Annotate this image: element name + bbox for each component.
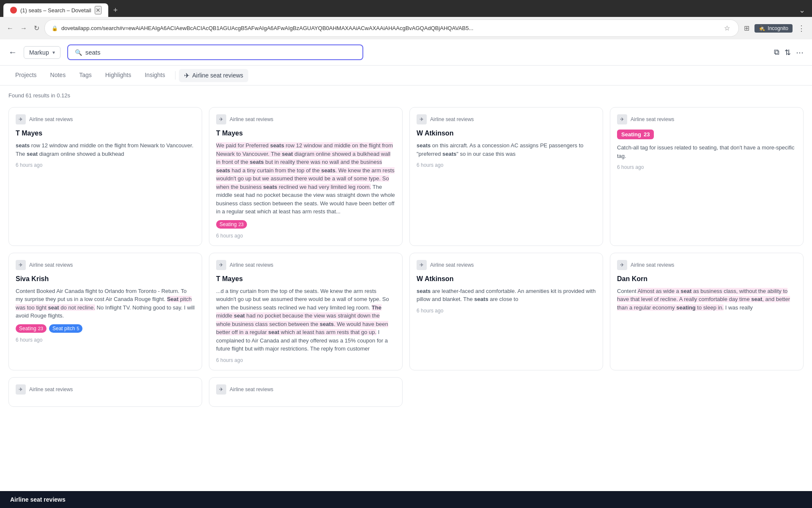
bookmark-button[interactable]: ☆ <box>722 22 732 34</box>
app-back-button[interactable]: ← <box>8 47 17 57</box>
card-partial-1[interactable]: ✈ Airline seat reviews <box>8 377 202 407</box>
search-bar: 🔍 <box>67 44 363 60</box>
card-excerpt: We paid for Preferred seats row 12 windo… <box>216 141 395 216</box>
card-source-name: Airline seat reviews <box>230 387 273 392</box>
airplane-icon: ✈ <box>184 72 189 80</box>
tab-list-button[interactable]: ⌄ <box>796 4 809 17</box>
incognito-label: Incognito <box>768 25 788 31</box>
card-title: Siva Krish <box>16 275 195 283</box>
card-w-atkinson-1[interactable]: ✈ Airline seat reviews W Atkinson seats … <box>409 107 603 246</box>
card-excerpt: seats on this aircraft. As a concession … <box>417 141 596 158</box>
workspace-selector[interactable]: Markup ▾ <box>24 46 60 59</box>
incognito-badge[interactable]: 🕵 Incognito <box>754 24 793 33</box>
search-input[interactable] <box>85 49 356 56</box>
tab-notes[interactable]: Notes <box>44 66 73 85</box>
back-nav-button[interactable]: ← <box>5 23 15 34</box>
card-source-name: Airline seat reviews <box>430 262 474 268</box>
card-excerpt: seats row 12 window and middle on the fl… <box>16 141 195 158</box>
card-source: ✈ Airline seat reviews <box>16 260 195 270</box>
more-options-button[interactable]: ⋯ <box>796 48 804 57</box>
card-title: T Mayes <box>16 130 195 137</box>
card-excerpt: Catch-all tag for issues related to seat… <box>617 144 796 160</box>
card-partial-2[interactable]: ✈ Airline seat reviews <box>209 377 403 407</box>
airplane-icon: ✈ <box>16 384 26 395</box>
workspace-label: Markup <box>29 49 49 56</box>
lock-icon: 🔒 <box>52 25 58 31</box>
incognito-icon: 🕵 <box>759 25 765 31</box>
card-time: 6 hours ago <box>417 308 596 314</box>
card-w-atkinson-2[interactable]: ✈ Airline seat reviews W Atkinson seats … <box>409 253 603 370</box>
card-excerpt: ...d a tiny curtain from the top of the … <box>216 287 395 353</box>
card-title: W Atkinson <box>417 275 596 283</box>
card-title: Dan Korn <box>617 275 796 283</box>
card-source: ✈ Airline seat reviews <box>417 260 596 270</box>
results-area: Found 61 results in 0.12s ✈ Airline seat… <box>0 86 812 414</box>
card-source-name: Airline seat reviews <box>230 262 273 268</box>
card-t-mayes-2[interactable]: ✈ Airline seat reviews T Mayes ...d a ti… <box>209 253 403 370</box>
forward-nav-button[interactable]: → <box>19 23 29 34</box>
card-t-mayes-highlighted[interactable]: ✈ Airline seat reviews T Mayes We paid f… <box>209 107 403 246</box>
card-dan-korn[interactable]: ✈ Airline seat reviews Dan Korn Content … <box>610 253 804 370</box>
airplane-icon: ✈ <box>16 114 26 124</box>
card-source-name: Airline seat reviews <box>29 262 73 268</box>
tab-highlights[interactable]: Highlights <box>99 66 138 85</box>
toolbar-right: ⧉ ⇅ ⋯ <box>774 48 804 57</box>
tab-favicon <box>10 7 17 14</box>
search-icon: 🔍 <box>75 49 82 56</box>
card-seating-tag[interactable]: ✈ Airline seat reviews Seating 23 Catch-… <box>610 107 804 246</box>
card-source-name: Airline seat reviews <box>29 387 73 392</box>
tab-insights[interactable]: Insights <box>138 66 172 85</box>
card-time: 6 hours ago <box>417 162 596 168</box>
new-tab-button[interactable]: + <box>110 4 121 17</box>
address-text: dovetailapp.com/search#v=ewAiAHEAIgA6ACI… <box>61 25 719 31</box>
card-source: ✈ Airline seat reviews <box>617 260 796 270</box>
card-source-name: Airline seat reviews <box>631 262 674 268</box>
seating-tag[interactable]: Seating 23 <box>216 220 247 229</box>
card-t-mayes-1[interactable]: ✈ Airline seat reviews T Mayes seats row… <box>8 107 202 246</box>
app-container: ← Markup ▾ 🔍 ⧉ ⇅ ⋯ Projects Notes Tags H… <box>0 39 812 508</box>
results-count: Found 61 results in 0.12s <box>8 92 804 99</box>
seat-pitch-tag[interactable]: Seat pitch 5 <box>49 324 83 333</box>
airplane-icon: ✈ <box>216 260 226 270</box>
card-source: ✈ Airline seat reviews <box>617 114 796 124</box>
card-source: ✈ Airline seat reviews <box>16 114 195 124</box>
card-source-name: Airline seat reviews <box>230 116 273 122</box>
airplane-icon: ✈ <box>417 260 427 270</box>
seating-tag[interactable]: Seating 23 <box>16 324 47 333</box>
tab-title: (1) seats – Search – Dovetail <box>20 7 91 14</box>
nav-divider <box>175 71 176 80</box>
card-time: 6 hours ago <box>16 162 195 168</box>
reload-button[interactable]: ↻ <box>32 22 41 34</box>
card-time: 6 hours ago <box>216 357 395 363</box>
card-source: ✈ Airline seat reviews <box>216 114 395 124</box>
card-title: T Mayes <box>216 130 395 137</box>
browser-menu-button[interactable]: ⋮ <box>796 22 807 35</box>
sort-button[interactable]: ⇅ <box>785 48 791 57</box>
tab-tags[interactable]: Tags <box>72 66 99 85</box>
address-bar-row: ← → ↻ 🔒 dovetailapp.com/search#v=ewAiAHE… <box>0 17 812 39</box>
airplane-icon: ✈ <box>617 260 627 270</box>
card-siva-krish[interactable]: ✈ Airline seat reviews Siva Krish Conten… <box>8 253 202 370</box>
card-time: 6 hours ago <box>617 164 796 170</box>
seating-label: Seating <box>621 131 641 138</box>
chevron-down-icon: ▾ <box>52 50 55 55</box>
card-time: 6 hours ago <box>16 337 195 343</box>
card-source: ✈ Airline seat reviews <box>216 384 395 395</box>
tab-bar: (1) seats – Search – Dovetail ✕ + ⌄ <box>0 0 812 17</box>
tags-row: Seating 23 Seat pitch 5 <box>16 324 195 333</box>
filter-chip-airline[interactable]: ✈ Airline seat reviews <box>179 69 248 82</box>
airplane-icon: ✈ <box>16 260 26 270</box>
bottom-bar-text: Airline seat reviews <box>10 496 66 503</box>
tab-close-button[interactable]: ✕ <box>95 6 102 14</box>
airplane-icon: ✈ <box>216 114 226 124</box>
filter-button[interactable]: ⧉ <box>774 48 779 57</box>
extension-button[interactable]: ⊞ <box>742 22 751 34</box>
active-tab[interactable]: (1) seats – Search – Dovetail ✕ <box>3 3 108 17</box>
app-toolbar: ← Markup ▾ 🔍 ⧉ ⇅ ⋯ <box>0 39 812 66</box>
card-title: W Atkinson <box>417 130 596 137</box>
airplane-icon: ✈ <box>216 384 226 395</box>
tab-projects[interactable]: Projects <box>8 66 44 85</box>
address-input[interactable]: 🔒 dovetailapp.com/search#v=ewAiAHEAIgA6A… <box>44 19 739 37</box>
filter-chip-label: Airline seat reviews <box>192 72 243 79</box>
airplane-icon: ✈ <box>617 114 627 124</box>
